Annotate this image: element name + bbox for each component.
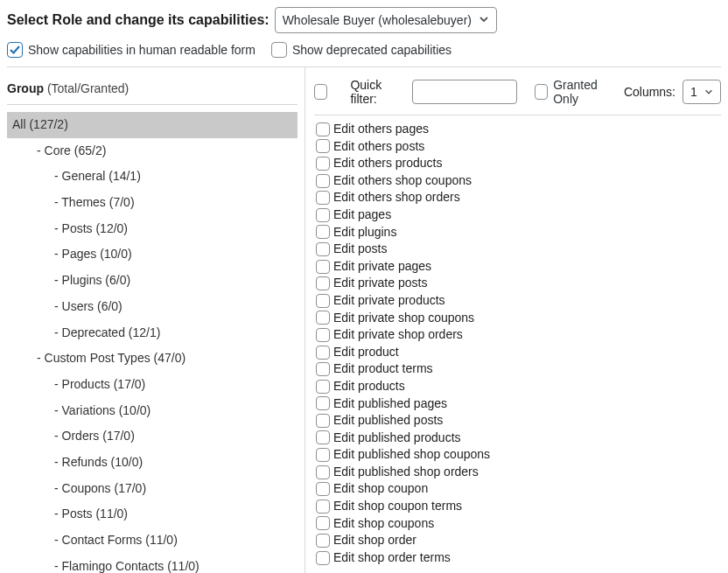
capability-item[interactable]: Edit published products: [314, 430, 721, 447]
group-tree-item[interactable]: - Posts (11/0): [7, 501, 298, 528]
capability-item[interactable]: Edit private pages: [314, 258, 721, 276]
capability-item[interactable]: Edit product terms: [314, 360, 721, 378]
capability-label: Edit product: [333, 344, 399, 361]
role-select[interactable]: Wholesale Buyer (wholesalebuyer): [275, 7, 497, 33]
capability-label: Edit shop order: [333, 532, 416, 549]
capability-item[interactable]: Edit shop coupon: [314, 480, 721, 498]
capability-item[interactable]: Edit plugins: [314, 224, 721, 241]
capability-label: Edit published shop orders: [333, 464, 479, 481]
capability-label: Edit plugins: [333, 224, 396, 241]
capability-label: Edit product terms: [333, 360, 433, 378]
capability-item[interactable]: Edit private products: [314, 292, 721, 310]
checkbox-icon: [316, 139, 330, 153]
group-tree-item[interactable]: - Refunds (10/0): [7, 450, 298, 476]
capability-item[interactable]: Edit posts: [314, 241, 721, 258]
chevron-down-icon: [479, 13, 489, 27]
capabilities-panel: Quick filter: Granted Only Columns: 1 Ed…: [304, 67, 721, 573]
select-all-checkbox[interactable]: [314, 84, 327, 100]
group-tree-item[interactable]: - Core (65/2): [7, 138, 298, 164]
group-tree-item[interactable]: - Users (6/0): [7, 294, 298, 320]
capability-label: Edit posts: [333, 241, 387, 258]
capability-item[interactable]: Edit products: [314, 378, 721, 395]
capability-item[interactable]: Edit published shop coupons: [314, 446, 721, 464]
checkbox-icon: [316, 191, 330, 205]
group-tree-item[interactable]: - Variations (10/0): [7, 398, 298, 424]
group-tree-item[interactable]: - Pages (10/0): [7, 241, 298, 268]
page-title: Select Role and change its capabilities:: [7, 12, 270, 28]
checkbox-icon: [316, 328, 330, 342]
checkbox-icon: [316, 260, 330, 274]
capability-item[interactable]: Edit private shop orders: [314, 326, 721, 344]
deprecated-label: Show deprecated capabilities: [292, 43, 452, 57]
capability-item[interactable]: Edit private posts: [314, 275, 721, 292]
human-readable-label: Show capabilities in human readable form: [28, 43, 256, 57]
group-tree-item[interactable]: - General (14/1): [7, 164, 298, 190]
group-tree-item[interactable]: - Posts (12/0): [7, 216, 298, 242]
checkbox-icon: [316, 414, 330, 428]
group-tree-item[interactable]: - Deprecated (12/1): [7, 320, 298, 346]
columns-select[interactable]: 1: [682, 80, 721, 104]
capability-label: Edit published shop coupons: [333, 446, 490, 464]
checkbox-icon: [316, 174, 330, 188]
capability-item[interactable]: Edit others pages: [314, 121, 721, 138]
checkbox-icon: [535, 84, 548, 100]
capability-label: Edit shop order terms: [333, 549, 451, 567]
capability-label: Edit shop coupon: [333, 480, 428, 498]
checkbox-icon: [316, 465, 330, 479]
checkbox-icon: [316, 276, 330, 290]
capability-item[interactable]: Edit published posts: [314, 412, 721, 430]
checkbox-icon: [316, 225, 330, 239]
group-tree-item[interactable]: - Coupons (17/0): [7, 476, 298, 502]
role-select-value: Wholesale Buyer (wholesalebuyer): [283, 13, 472, 27]
capability-label: Edit others posts: [333, 138, 424, 156]
capability-item[interactable]: Edit others posts: [314, 138, 721, 156]
capability-item[interactable]: Edit private shop coupons: [314, 310, 721, 327]
checkbox-icon: [316, 551, 330, 565]
chevron-down-icon: [704, 85, 713, 99]
group-tree-item[interactable]: - Themes (7/0): [7, 190, 298, 216]
capability-item[interactable]: Edit shop coupons: [314, 515, 721, 533]
checkbox-icon: [316, 294, 330, 308]
deprecated-toggle[interactable]: Show deprecated capabilities: [271, 42, 452, 58]
group-tree-item[interactable]: - Products (17/0): [7, 372, 298, 398]
capability-label: Edit shop coupon terms: [333, 498, 462, 515]
group-tree-item[interactable]: - Contact Forms (11/0): [7, 528, 298, 554]
capability-item[interactable]: Edit shop order: [314, 532, 721, 549]
capability-item[interactable]: Edit shop coupon terms: [314, 498, 721, 515]
capability-item[interactable]: Edit others shop coupons: [314, 172, 721, 190]
capability-item[interactable]: Edit others shop orders: [314, 189, 721, 206]
capability-item[interactable]: Edit product: [314, 344, 721, 361]
capability-label: Edit shop coupons: [333, 515, 434, 533]
capability-item[interactable]: Edit shop order terms: [314, 549, 721, 567]
capability-label: Edit private pages: [333, 258, 431, 276]
capability-label: Edit others shop orders: [333, 189, 460, 206]
capability-item[interactable]: Edit pages: [314, 206, 721, 224]
group-tree-item[interactable]: - Custom Post Types (47/0): [7, 346, 298, 372]
group-tree-item[interactable]: All (127/2): [7, 112, 298, 138]
granted-only-toggle[interactable]: Granted Only: [535, 78, 613, 106]
capability-label: Edit private shop coupons: [333, 310, 474, 327]
group-tree-item[interactable]: - Flamingo Contacts (11/0): [7, 554, 298, 573]
columns-value: 1: [690, 85, 697, 99]
capability-item[interactable]: Edit published pages: [314, 395, 721, 413]
checkbox-icon: [316, 157, 330, 171]
human-readable-toggle[interactable]: Show capabilities in human readable form: [7, 42, 256, 58]
checkbox-icon: [316, 380, 330, 394]
quick-filter-input[interactable]: [412, 80, 517, 104]
capability-item[interactable]: Edit others products: [314, 155, 721, 172]
checkbox-icon: [316, 362, 330, 376]
checkbox-icon: [316, 346, 330, 360]
checkbox-icon: [316, 430, 330, 444]
capability-item[interactable]: Edit published shop orders: [314, 464, 721, 481]
group-header: Group (Total/Granted): [7, 81, 298, 105]
checkbox-icon: [7, 42, 23, 58]
group-tree-item[interactable]: - Orders (17/0): [7, 423, 298, 450]
checkbox-icon: [316, 208, 330, 222]
capability-label: Edit private posts: [333, 275, 427, 292]
checkbox-icon: [316, 448, 330, 462]
capability-label: Edit published products: [333, 430, 461, 447]
capability-label: Edit private shop orders: [333, 326, 463, 344]
checkbox-icon: [316, 311, 330, 325]
group-tree-item[interactable]: - Plugins (6/0): [7, 268, 298, 294]
capability-label: Edit products: [333, 378, 405, 395]
